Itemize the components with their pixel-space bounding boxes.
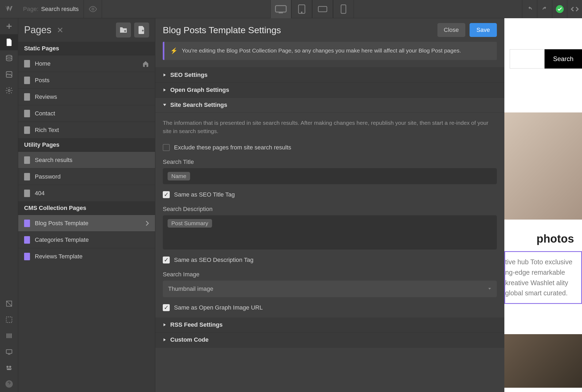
chevron-down-icon [488,288,492,290]
new-page-button[interactable] [134,22,149,37]
status-ok-icon[interactable] [552,0,567,18]
triangle-right-icon [163,88,167,92]
navigator-icon[interactable] [0,296,18,312]
utility-pages-header: Utility Pages [18,138,155,152]
code-export-icon[interactable] [567,0,582,18]
og-settings-accordion[interactable]: Open Graph Settings [155,83,504,98]
svg-point-9 [8,89,10,92]
checkbox-checked[interactable]: ✓ [163,257,170,263]
svg-point-3 [301,12,302,13]
svg-point-0 [92,8,94,10]
undo-icon[interactable] [522,0,537,18]
help-icon[interactable] [0,376,18,392]
chevron-right-icon [145,220,149,226]
cms-icon[interactable] [0,50,18,66]
custom-code-accordion[interactable]: Custom Code [155,333,504,348]
page-item[interactable]: Home [18,55,155,72]
checkbox-checked[interactable]: ✓ [163,304,170,311]
audit-icon[interactable] [0,328,18,344]
checkbox-unchecked[interactable] [163,144,170,151]
webflow-logo-icon[interactable] [0,0,18,18]
site-search-accordion[interactable]: Site Search Settings [155,98,504,113]
seo-settings-accordion[interactable]: SEO Settings [155,68,504,83]
page-item[interactable]: 404 [18,185,155,201]
save-button[interactable]: Save [470,23,497,37]
canvas-preview: Search photos tive hub Toto exclusive ng… [504,18,582,392]
landscape-phone-icon[interactable] [312,0,333,18]
lightning-icon: ⚡ [170,47,177,55]
page-item[interactable]: Categories Template [18,231,155,248]
page-item[interactable]: Contact [18,105,155,122]
close-panel-icon[interactable]: ✕ [57,25,63,35]
svg-rect-5 [341,5,346,13]
preview-heading: photos [536,232,574,245]
svg-rect-11 [6,317,12,323]
svg-point-7 [6,55,12,57]
search-tool-icon[interactable] [0,344,18,360]
desktop-view-icon[interactable] [270,0,291,18]
search-title-field[interactable]: Name [163,168,497,184]
svg-rect-4 [318,6,327,12]
preview-toggle-icon[interactable] [84,0,102,18]
page-indicator[interactable]: Page: Search results [18,0,84,18]
settings-title: Blog Posts Template Settings [163,25,437,35]
search-image-label: Search Image [155,266,504,281]
cms-pages-header: CMS Collection Pages [18,201,155,215]
add-element-icon[interactable] [0,18,18,34]
settings-icon[interactable] [0,82,18,99]
triangle-right-icon [163,73,167,77]
search-title-label: Search Title [155,154,504,168]
redo-icon[interactable] [537,0,552,18]
search-desc-label: Search Description [155,201,504,215]
tablet-view-icon[interactable] [291,0,312,18]
triangle-right-icon [163,338,167,342]
video-icon[interactable] [0,360,18,376]
page-item[interactable]: Blog Posts Template [18,215,155,231]
page-item[interactable]: Reviews [18,88,155,105]
pages-icon[interactable] [0,34,18,50]
search-image-select[interactable]: Thumbnail image [163,281,497,297]
svg-point-13 [6,366,9,368]
field-chip: Post Summary [168,219,212,228]
svg-rect-1 [275,6,286,12]
preview-body-text: tive hub Toto exclusive ng-edge remarkab… [504,251,582,304]
same-seo-title-row[interactable]: ✓Same as SEO Title Tag [155,189,504,201]
pages-panel-title: Pages✕ [24,24,116,36]
phone-view-icon[interactable] [333,0,354,18]
home-icon [142,60,149,67]
preview-search-input[interactable] [510,49,545,69]
new-folder-button[interactable] [116,22,131,37]
style-manager-icon[interactable] [0,312,18,328]
search-description-text: The information that is presented in sit… [155,113,504,141]
close-button[interactable]: Close [437,23,465,37]
triangle-down-icon [163,103,167,107]
rss-settings-accordion[interactable]: RSS Feed Settings [155,318,504,333]
preview-image [504,112,582,220]
search-desc-field[interactable]: Post Summary [163,215,497,250]
page-item[interactable]: Search results [18,152,155,168]
page-item[interactable]: Password [18,168,155,185]
field-chip: Name [168,172,190,180]
svg-rect-12 [6,350,12,353]
static-pages-header: Static Pages [18,42,155,55]
preview-image [504,334,582,388]
same-seo-desc-row[interactable]: ✓Same as SEO Description Tag [155,254,504,266]
edit-notice: ⚡ You're editing the Blog Post Collectio… [163,42,497,60]
same-og-image-row[interactable]: ✓Same as Open Graph Image URL [155,301,504,318]
triangle-right-icon [163,323,167,327]
page-item[interactable]: Rich Text [18,122,155,138]
svg-point-14 [9,366,11,368]
checkbox-checked[interactable]: ✓ [163,191,170,198]
preview-search-button[interactable]: Search [545,49,582,69]
exclude-checkbox-row[interactable]: Exclude these pages from site search res… [155,141,504,154]
page-item[interactable]: Posts [18,72,155,88]
assets-icon[interactable] [0,66,18,82]
page-item[interactable]: Reviews Template [18,248,155,265]
